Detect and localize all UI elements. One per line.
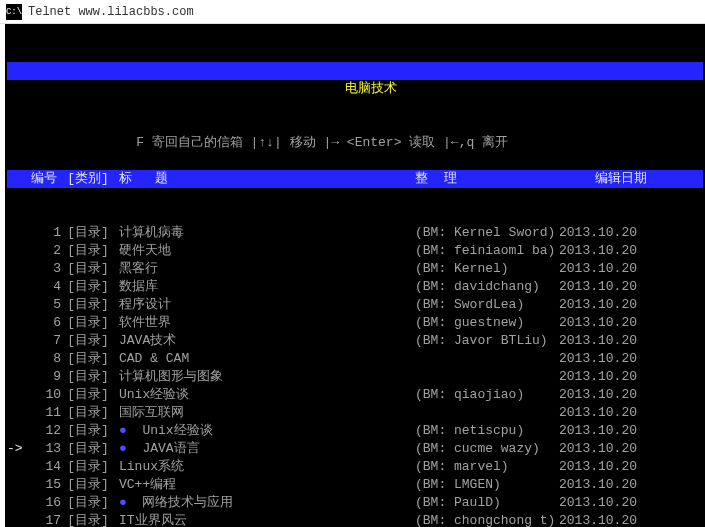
bullet-icon: ● [119,495,135,510]
row-index: 17 [31,512,61,527]
row-index: 16 [31,494,61,512]
row-category: [目录] [61,476,115,494]
cursor-arrow [7,386,31,404]
row-date: 2013.10.20 [559,512,647,527]
cursor-arrow [7,242,31,260]
column-header-row: 编号[类别]标 题整 理编辑日期 [7,170,703,188]
row-title: ● 网络技术与应用 [115,494,415,512]
directory-list: 1[目录]计算机病毒(BM: Kernel Sword)2013.10.20 2… [7,224,703,527]
row-title: IT业界风云 [115,512,415,527]
row-title: Linux系统 [115,458,415,476]
row-index: 4 [31,278,61,296]
row-title: 程序设计 [115,296,415,314]
row-index: 12 [31,422,61,440]
list-item[interactable]: 16[目录]● 网络技术与应用(BM: PaulD)2013.10.20 [7,494,703,512]
window-title: Telnet www.lilacbbs.com [28,5,194,19]
row-date: 2013.10.20 [559,440,647,458]
cursor-arrow [7,314,31,332]
bullet-icon: ● [119,441,135,456]
row-title: VC++编程 [115,476,415,494]
row-date: 2013.10.20 [559,494,647,512]
list-item[interactable]: 4[目录]数据库(BM: davidchang)2013.10.20 [7,278,703,296]
row-category: [目录] [61,368,115,386]
row-index: 9 [31,368,61,386]
row-date: 2013.10.20 [559,278,647,296]
row-index: 15 [31,476,61,494]
cursor-arrow [7,350,31,368]
row-index: 6 [31,314,61,332]
list-item[interactable]: -> 13[目录]● JAVA语言(BM: cucme wazy)2013.10… [7,440,703,458]
list-item[interactable]: 5[目录]程序设计(BM: SwordLea)2013.10.20 [7,296,703,314]
list-item[interactable]: 14[目录]Linux系统(BM: marvel)2013.10.20 [7,458,703,476]
row-title: 黑客行 [115,260,415,278]
list-item[interactable]: 2[目录]硬件天地(BM: feiniaoml ba)2013.10.20 [7,242,703,260]
row-category: [目录] [61,260,115,278]
list-item[interactable]: 1[目录]计算机病毒(BM: Kernel Sword)2013.10.20 [7,224,703,242]
row-title: JAVA技术 [115,332,415,350]
list-item[interactable]: 3[目录]黑客行(BM: Kernel)2013.10.20 [7,260,703,278]
board-title: 电脑技术 [345,81,397,96]
row-date: 2013.10.20 [559,242,647,260]
row-board-manager [415,404,559,422]
list-item[interactable]: 17[目录]IT业界风云(BM: chongchong t)2013.10.20 [7,512,703,527]
row-index: 14 [31,458,61,476]
row-category: [目录] [61,422,115,440]
cursor-arrow [7,224,31,242]
row-title: 硬件天地 [115,242,415,260]
col-date: 编辑日期 [559,170,647,188]
row-category: [目录] [61,458,115,476]
list-item[interactable]: 12[目录]● Unix经验谈(BM: netiscpu)2013.10.20 [7,422,703,440]
row-category: [目录] [61,494,115,512]
row-category: [目录] [61,278,115,296]
row-date: 2013.10.20 [559,224,647,242]
col-cat: [类别] [61,170,115,188]
row-date: 2013.10.20 [559,386,647,404]
row-board-manager: (BM: qiaojiao) [415,386,559,404]
row-date: 2013.10.20 [559,422,647,440]
row-date: 2013.10.20 [559,350,647,368]
row-title: 计算机图形与图象 [115,368,415,386]
row-board-manager: (BM: LMGEN) [415,476,559,494]
row-category: [目录] [61,332,115,350]
row-title: 计算机病毒 [115,224,415,242]
row-board-manager: (BM: davidchang) [415,278,559,296]
row-category: [目录] [61,224,115,242]
window-titlebar: C:\ Telnet www.lilacbbs.com [0,0,705,24]
terminal-screen[interactable]: 电脑技术 F 寄回自己的信箱 |↑↓| 移动 |→ <Enter> 读取 |←,… [5,24,705,527]
row-index: 11 [31,404,61,422]
cursor-arrow [7,368,31,386]
list-item[interactable]: 8[目录]CAD & CAM2013.10.20 [7,350,703,368]
list-item[interactable]: 10[目录]Unix经验谈(BM: qiaojiao)2013.10.20 [7,386,703,404]
list-item[interactable]: 7[目录]JAVA技术(BM: Javor BTLiu)2013.10.20 [7,332,703,350]
list-item[interactable]: 6[目录]软件世界(BM: guestnew)2013.10.20 [7,314,703,332]
cursor-arrow [7,476,31,494]
row-category: [目录] [61,512,115,527]
row-category: [目录] [61,404,115,422]
cursor-arrow [7,296,31,314]
list-item[interactable]: 11[目录]国际互联网2013.10.20 [7,404,703,422]
row-date: 2013.10.20 [559,332,647,350]
row-title: 软件世界 [115,314,415,332]
row-date: 2013.10.20 [559,404,647,422]
col-mid: 整 理 [415,170,559,188]
row-date: 2013.10.20 [559,458,647,476]
cursor-arrow [7,494,31,512]
row-date: 2013.10.20 [559,314,647,332]
cursor-arrow: -> [7,440,31,458]
list-item[interactable]: 9[目录]计算机图形与图象2013.10.20 [7,368,703,386]
cursor-arrow [7,260,31,278]
row-index: 2 [31,242,61,260]
cursor-arrow [7,278,31,296]
row-board-manager: (BM: cucme wazy) [415,440,559,458]
row-board-manager [415,350,559,368]
col-title: 标 题 [115,170,415,188]
row-title: ● Unix经验谈 [115,422,415,440]
row-date: 2013.10.20 [559,260,647,278]
row-title: Unix经验谈 [115,386,415,404]
row-board-manager: (BM: Kernel Sword) [415,224,559,242]
row-index: 13 [31,440,61,458]
row-index: 5 [31,296,61,314]
list-item[interactable]: 15[目录]VC++编程(BM: LMGEN)2013.10.20 [7,476,703,494]
board-title-row: 电脑技术 [7,62,703,80]
row-category: [目录] [61,314,115,332]
